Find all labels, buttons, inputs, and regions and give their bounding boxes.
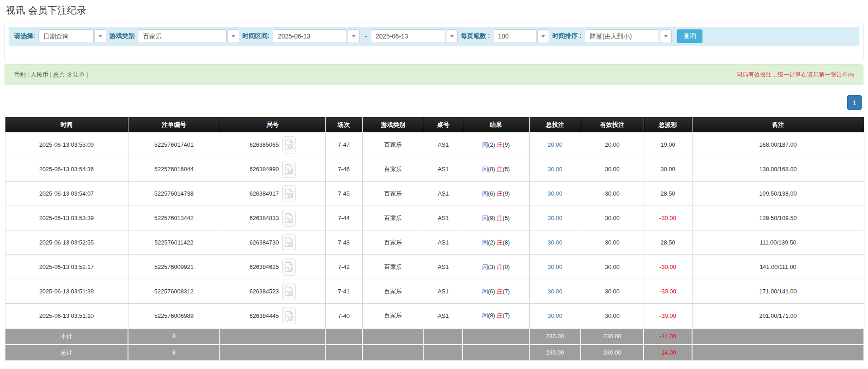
cell-round-no: 626384625 — [220, 255, 325, 279]
video-record-button[interactable] — [282, 161, 296, 178]
cell-time: 2025-06-13 03:51:39 — [5, 279, 128, 304]
cell-total-bet: 30.00 — [529, 255, 581, 279]
tilde-separator: ~ — [363, 33, 367, 40]
round-number: 626384990 — [249, 166, 279, 173]
chevron-down-icon[interactable] — [660, 29, 672, 43]
table-footer-row: 小计8230.00230.00-14.00 — [5, 328, 864, 345]
banker-label: 庄 — [497, 141, 503, 148]
cell-remark: 141.00/111.00 — [692, 255, 864, 279]
total-bet-link[interactable]: 20.00 — [548, 141, 563, 148]
total-bet-link[interactable]: 30.00 — [548, 166, 563, 173]
video-file-icon — [285, 164, 293, 174]
cell-remark: 201.00/171.00 — [692, 304, 864, 328]
video-record-button[interactable] — [282, 283, 296, 300]
bet-records-table: 时间 注单编号 局号 场次 游戏类别 桌号 结果 总投注 有效投注 总派彩 备注… — [5, 117, 864, 361]
video-file-icon — [285, 237, 293, 248]
filter-panel: 请选择: 日期查询 游戏类别 百家乐 时间区间: 2025-06-13 ~ 20… — [5, 23, 863, 61]
cell-remark: 171.00/141.00 — [692, 279, 864, 304]
video-record-button[interactable] — [282, 234, 296, 251]
cell-time: 2025-06-13 03:54:36 — [5, 157, 128, 182]
date-from-value: 2025-06-13 — [273, 29, 347, 43]
cell-payout: -30.00 — [644, 255, 692, 279]
cell-result: 闲(9) 庄(5) — [463, 206, 529, 230]
cell-result: 闲(6) 庄(9) — [463, 182, 529, 206]
currency-total-text: 币别 : 人民币 | 总共 :8 注单 | — [14, 71, 88, 79]
cell-game-type: 百家乐 — [362, 255, 424, 279]
game-type-select[interactable]: 百家乐 — [138, 29, 239, 43]
page-1-button[interactable]: 1 — [847, 95, 862, 110]
table-row: 2025-06-13 03:53:39522576013442626384833… — [5, 206, 864, 230]
total-bet-link[interactable]: 30.00 — [548, 190, 563, 197]
video-file-icon — [285, 286, 293, 297]
round-number: 626385065 — [249, 141, 279, 148]
cell-result: 闲(6) 庄(7) — [463, 279, 529, 304]
footer-valid-bet: 230.00 — [581, 328, 644, 345]
chevron-down-icon[interactable] — [228, 29, 239, 43]
date-to-input[interactable]: 2025-06-13 — [371, 29, 458, 43]
round-number: 626384445 — [249, 312, 279, 319]
footer-empty — [325, 328, 362, 345]
footer-empty — [463, 328, 529, 345]
sort-select[interactable]: 降冪(由大到小) — [585, 29, 672, 43]
player-label: 闲 — [482, 190, 488, 197]
player-label: 闲 — [482, 288, 488, 295]
cell-session: 7-43 — [325, 230, 362, 255]
cell-total-bet: 30.00 — [529, 304, 581, 328]
footer-empty — [424, 328, 463, 345]
summary-bar: 币别 : 人民币 | 总共 :8 注单 | 同局有效投注，统一计算在该局第一张注… — [5, 64, 863, 85]
table-row: 2025-06-13 03:52:17522576009921626384625… — [5, 255, 864, 279]
video-record-button[interactable] — [282, 136, 296, 153]
per-page-select[interactable]: 100 — [493, 29, 549, 43]
cell-game-type: 百家乐 — [362, 157, 424, 182]
per-page-value: 100 — [493, 29, 536, 43]
cell-payout: 28.50 — [644, 230, 692, 255]
header-session: 场次 — [325, 117, 362, 133]
total-bet-link[interactable]: 30.00 — [548, 312, 563, 319]
cell-remark: 139.50/109.50 — [692, 206, 864, 230]
video-record-button[interactable] — [282, 185, 296, 202]
cell-game-type: 百家乐 — [362, 230, 424, 255]
cell-valid-bet: 30.00 — [581, 182, 644, 206]
table-row: 2025-06-13 03:54:07522576014738626384917… — [5, 182, 864, 206]
cell-result: 闲(2) 庄(8) — [463, 230, 529, 255]
header-time: 时间 — [5, 117, 128, 133]
header-table-no: 桌号 — [424, 117, 463, 133]
video-record-button[interactable] — [282, 259, 296, 276]
cell-bet-no: 522576013442 — [128, 206, 220, 230]
total-bet-link[interactable]: 30.00 — [548, 215, 563, 221]
cell-total-bet: 30.00 — [529, 279, 581, 304]
chevron-down-icon[interactable] — [348, 29, 360, 43]
video-record-button[interactable] — [282, 307, 296, 324]
cell-bet-no: 522576011422 — [128, 230, 220, 255]
chevron-down-icon[interactable] — [95, 29, 106, 43]
cell-valid-bet: 30.00 — [581, 206, 644, 230]
cell-result: 闲(8) 庄(5) — [463, 157, 529, 182]
total-bet-link[interactable]: 30.00 — [548, 264, 563, 270]
chevron-down-icon[interactable] — [537, 29, 549, 43]
cell-time: 2025-06-13 03:51:10 — [5, 304, 128, 328]
cell-payout: -30.00 — [644, 206, 692, 230]
cell-bet-no: 522576016044 — [128, 157, 220, 182]
cell-round-no: 626384730 — [220, 230, 325, 255]
sort-label: 时间排序 : — [552, 32, 582, 40]
cell-round-no: 626384523 — [220, 279, 325, 304]
footer-remark — [692, 345, 864, 361]
table-row: 2025-06-13 03:55:09522576017401626385065… — [5, 133, 864, 157]
search-button[interactable]: 查询 — [677, 29, 702, 43]
cell-valid-bet: 20.00 — [581, 133, 644, 157]
footer-empty — [463, 345, 529, 361]
video-record-button[interactable] — [282, 210, 296, 227]
query-type-select[interactable]: 日期查询 — [38, 29, 106, 43]
cell-round-no: 626384917 — [220, 182, 325, 206]
cell-game-type: 百家乐 — [362, 279, 424, 304]
cell-table-no: AS1 — [424, 206, 463, 230]
date-from-input[interactable]: 2025-06-13 — [273, 29, 360, 43]
footer-empty — [220, 328, 325, 345]
per-page-label: 每页笔数 : — [461, 32, 490, 40]
video-file-icon — [285, 311, 293, 321]
cell-total-bet: 30.00 — [529, 230, 581, 255]
total-bet-link[interactable]: 30.00 — [548, 288, 563, 295]
total-bet-link[interactable]: 30.00 — [548, 239, 563, 246]
chevron-down-icon[interactable] — [446, 29, 458, 43]
cell-payout: 28.50 — [644, 182, 692, 206]
